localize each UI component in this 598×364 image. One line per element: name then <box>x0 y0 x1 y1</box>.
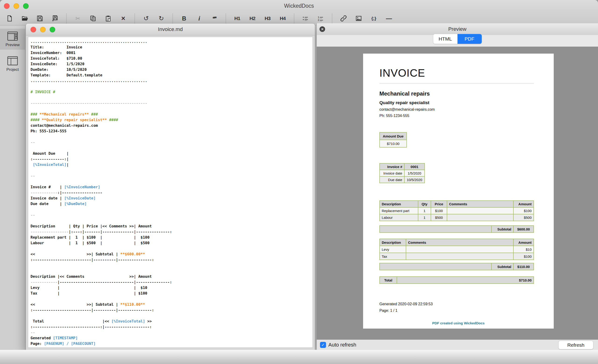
toolbar-separator <box>294 14 294 23</box>
table-cell: Due date <box>380 177 404 183</box>
editor-line: Ph: 555-1234-555 <box>31 128 313 134</box>
toolbar-button-blockquote[interactable]: ❝❞ <box>210 13 219 24</box>
toolbar-button-horizontal-rule[interactable]: — <box>384 13 393 24</box>
table-cell: $500 <box>431 214 447 221</box>
toolbar-button-link[interactable] <box>339 13 348 24</box>
close-editor-button[interactable] <box>31 27 36 32</box>
editor-line <box>31 263 313 268</box>
editor-line: -- <box>31 212 313 218</box>
table-cell <box>447 214 513 221</box>
table-cell: 1/5/2020 <box>405 170 424 176</box>
toolbar-button-new-document[interactable] <box>5 13 14 24</box>
toolbar-button-code-braces[interactable]: {;} <box>369 13 378 24</box>
toolbar-button-heading-2[interactable]: H2 <box>248 13 257 24</box>
toolbar-button-image[interactable] <box>354 13 363 24</box>
table-cell <box>380 226 491 232</box>
table-cell: Qty <box>418 201 431 207</box>
editor-line: :------------------------------:|-------… <box>31 324 313 330</box>
toolbar-button-undo[interactable]: ↺ <box>142 13 150 24</box>
tab-html[interactable]: HTML <box>433 34 457 44</box>
editor-line <box>31 218 313 223</box>
link-icon <box>340 15 347 22</box>
toolbar-button-heading-1[interactable]: H1 <box>233 13 242 24</box>
auto-refresh-checkbox[interactable]: ✓ <box>320 342 326 348</box>
toolbar-button-italic[interactable]: i <box>195 13 204 24</box>
editor-line: InvoiceDate: 1/5/2020 <box>31 61 313 67</box>
table-cell: Amount <box>514 239 533 246</box>
sidebar-item-project[interactable]: Project <box>0 53 25 74</box>
toolbar-button-open-folder[interactable] <box>20 13 29 24</box>
table-cell <box>380 263 491 270</box>
pdf-company-email: contact@mechanical-repairs.com <box>379 108 435 112</box>
editor-line: Labour | 1 | $500 | | $500 <box>31 240 313 246</box>
table-cell: Description <box>380 239 406 246</box>
toolbar-button-copy[interactable] <box>89 13 97 24</box>
toolbar-separator <box>66 14 67 23</box>
toolbar-button-cut[interactable]: ✂ <box>73 13 82 24</box>
toolbar-separator <box>134 14 135 23</box>
preview-layout-icon <box>7 32 18 41</box>
toolbar-button-paste[interactable] <box>104 13 113 24</box>
editor-line: -- <box>31 330 313 335</box>
table-cell: 0001 <box>405 164 424 170</box>
table-cell: Subtotal <box>492 263 513 270</box>
preview-title: Preview <box>448 26 466 32</box>
sidebar-item-label: Project <box>7 67 19 72</box>
editor-line <box>31 179 313 184</box>
table-cell: Total <box>380 277 397 283</box>
tab-pdf[interactable]: PDF <box>457 34 482 44</box>
open-folder-icon <box>21 15 28 22</box>
line-items-table: DescriptionQtyPriceCommentsAmountReplace… <box>379 200 534 221</box>
preview-tabstrip: HTMLPDF <box>317 35 598 47</box>
editor-line: << >>| Subtotal | **$600.00** <box>31 251 313 257</box>
toolbar-button-heading-3[interactable]: H3 <box>263 13 272 24</box>
table-cell: Replacement part <box>380 208 418 214</box>
toolbar-button-save-as[interactable] <box>50 13 59 24</box>
table-cell: Invoice date <box>380 170 404 176</box>
editor-line: Invoice # | [%InvoiceNumber] <box>31 184 313 190</box>
editor-line: Amount Due | <box>31 151 313 156</box>
zoom-editor-button[interactable] <box>50 27 55 32</box>
zoom-window-button[interactable] <box>23 3 29 9</box>
table-cell: Subtotal <box>492 226 513 232</box>
toolbar-button-save[interactable] <box>35 13 44 24</box>
redo-icon: ↻ <box>159 15 164 22</box>
pdf-page: INVOICE Mechanical repairs Quality repai… <box>363 54 554 329</box>
editor-line: :--------------:| <box>31 156 313 162</box>
numbered-list-icon: 12 <box>317 15 324 22</box>
editor-line: ----------------------------------------… <box>31 100 313 106</box>
toolbar-button-delete[interactable]: ✕ <box>119 13 128 24</box>
toolbar-button-bold[interactable]: B <box>180 13 189 24</box>
editor-line: [%InvoiceTotal]| <box>31 162 313 167</box>
toolbar-button-redo[interactable]: ↻ <box>157 13 166 24</box>
minimize-window-button[interactable] <box>14 3 19 9</box>
heading-4-icon: H4 <box>280 16 286 21</box>
editor-line: ------------:|------------------ <box>31 190 313 196</box>
close-window-button[interactable] <box>4 3 9 9</box>
toolbar-separator <box>173 14 173 23</box>
editor-line: :--------------------------|----------|-… <box>31 257 313 263</box>
editor-line: ### **Mechanical repairs** ### <box>31 112 313 117</box>
toolbar-button-numbered-list[interactable]: 12 <box>316 13 325 24</box>
close-preview-icon[interactable]: ✕ <box>320 26 325 32</box>
heading-2-icon: H2 <box>249 16 255 21</box>
editor-line: DueDate: 10/5/2020 <box>31 67 313 73</box>
table-cell: Comments <box>406 239 513 246</box>
refresh-button[interactable]: Refresh <box>558 341 593 349</box>
sidebar-item-preview[interactable]: Preview <box>0 29 25 50</box>
table-cell: Price <box>431 201 447 207</box>
toolbar-button-heading-4[interactable]: H4 <box>278 13 287 24</box>
amount-due-table: Amount Due$710.00 <box>379 132 407 148</box>
minimize-editor-button[interactable] <box>40 27 46 32</box>
pdf-viewport[interactable]: INVOICE Mechanical repairs Quality repai… <box>317 47 598 340</box>
table-cell: Invoice # <box>380 164 404 170</box>
toolbar-button-bullet-list[interactable] <box>301 13 310 24</box>
markdown-editor[interactable]: ........................................… <box>28 37 313 348</box>
main-window-bottom-strip <box>0 350 598 364</box>
editor-line <box>31 134 313 140</box>
table-cell: Labour <box>380 214 418 221</box>
editor-line <box>31 95 313 100</box>
save-as-icon <box>51 15 59 22</box>
editor-line <box>31 106 313 112</box>
table-cell <box>447 208 513 214</box>
